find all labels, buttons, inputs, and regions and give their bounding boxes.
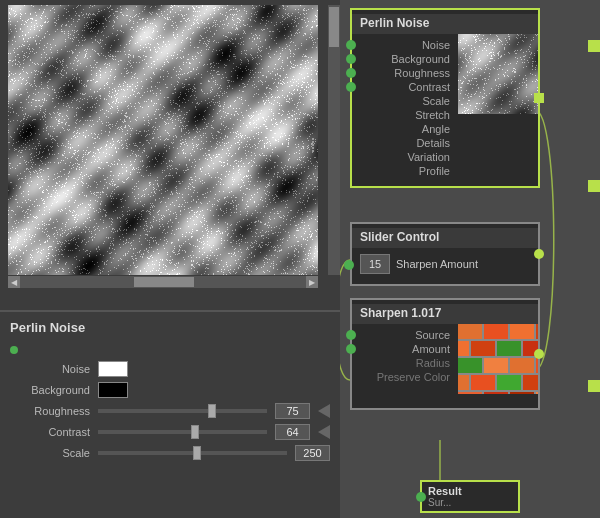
roughness-slider-container xyxy=(98,403,310,419)
slider-node-content: 15 Sharpen Amount xyxy=(352,248,538,280)
props-title: Perlin Noise xyxy=(10,320,330,335)
perlin-row-angle: Angle xyxy=(352,122,458,136)
resize-dots xyxy=(308,137,318,153)
sharpen-row-radius: Radius xyxy=(352,356,458,370)
result-node-title: Result xyxy=(428,485,512,497)
stretch-row-label: Stretch xyxy=(352,109,458,121)
resize-handle[interactable] xyxy=(308,130,318,160)
scale-label: Scale xyxy=(10,447,90,459)
contrast-input[interactable] xyxy=(275,424,310,440)
noise-label: Noise xyxy=(10,363,90,375)
scroll-left-button[interactable]: ◀ xyxy=(8,276,20,288)
perlin-row-profile: Profile xyxy=(352,164,458,178)
scrollbar-track xyxy=(20,277,306,287)
contrast-row: Contrast xyxy=(10,424,330,440)
background-color-box[interactable] xyxy=(98,382,128,398)
horizontal-scrollbar[interactable]: ◀ ▶ xyxy=(8,276,318,288)
perlin-row-background: Background xyxy=(352,52,458,66)
background-row-label: Background xyxy=(352,53,458,65)
vertical-scrollbar[interactable] xyxy=(328,5,340,275)
contrast-row-label: Contrast xyxy=(352,81,458,93)
perlin-row-details: Details xyxy=(352,136,458,150)
noise-color-box[interactable] xyxy=(98,361,128,377)
sharpen-row-preserve: Preserve Color xyxy=(352,370,458,384)
perlin-row-contrast: Contrast xyxy=(352,80,458,94)
roughness-slider[interactable] xyxy=(98,409,267,413)
sharpen-row-amount: Amount xyxy=(352,342,458,356)
source-port xyxy=(346,330,356,340)
result-node[interactable]: Result Sur... xyxy=(420,480,520,513)
amount-row-label: Amount xyxy=(352,343,458,355)
contrast-track xyxy=(98,430,267,434)
left-panel: ◀ ▶ xyxy=(0,0,340,310)
scale-track xyxy=(98,451,287,455)
contrast-slider-container xyxy=(98,424,310,440)
noise-row-label: Noise xyxy=(352,39,458,51)
scale-input[interactable] xyxy=(295,445,330,461)
perlin-row-scale: Scale xyxy=(352,94,458,108)
amount-port xyxy=(346,344,356,354)
perlin-row-stretch: Stretch xyxy=(352,108,458,122)
green-dot xyxy=(10,346,18,354)
horizontal-scrollbar-thumb[interactable] xyxy=(134,277,194,287)
contrast-arrow xyxy=(314,425,330,439)
slider-output-port xyxy=(534,249,544,259)
right-panel: Perlin Noise Noise Background Roughness … xyxy=(340,0,600,518)
roughness-row: Roughness xyxy=(10,403,330,419)
scale-slider[interactable] xyxy=(98,451,287,455)
roughness-track xyxy=(98,409,267,413)
result-subtitle: Sur... xyxy=(428,497,512,508)
sharpen-node-labels: Source Amount Radius Preserve Color xyxy=(352,324,458,404)
scroll-right-button[interactable]: ▶ xyxy=(306,276,318,288)
background-label: Background xyxy=(10,384,90,396)
right-connector-3 xyxy=(588,380,600,392)
result-input-port xyxy=(416,492,426,502)
preview-container xyxy=(8,5,318,275)
brick-preview xyxy=(458,324,538,404)
perlin-node-labels: Noise Background Roughness Contrast Scal… xyxy=(352,34,458,182)
perlin-row-noise: Noise xyxy=(352,38,458,52)
brick-canvas xyxy=(458,324,538,394)
sharpen-node-title: Sharpen 1.017 xyxy=(352,304,538,324)
perlin-mini-canvas xyxy=(458,34,538,114)
slider-left-connector xyxy=(344,260,354,270)
source-row-label: Source xyxy=(352,329,458,341)
contrast-label: Contrast xyxy=(10,426,90,438)
scale-row: Scale xyxy=(10,445,330,461)
radius-row-label: Radius xyxy=(352,357,458,369)
background-port xyxy=(346,54,356,64)
noise-row: Noise xyxy=(10,361,330,377)
sharpen-output-port xyxy=(534,349,544,359)
roughness-arrow xyxy=(314,404,330,418)
slider-node-title: Slider Control xyxy=(352,228,538,248)
slider-value-box[interactable]: 15 xyxy=(360,254,390,274)
roughness-input[interactable] xyxy=(275,403,310,419)
noise-port xyxy=(346,40,356,50)
props-panel: Perlin Noise Noise Background Roughness … xyxy=(0,310,340,518)
perlin-noise-node[interactable]: Perlin Noise Noise Background Roughness … xyxy=(350,8,540,188)
sharpen-node-content: Source Amount Radius Preserve Color xyxy=(352,324,538,404)
perlin-node-preview xyxy=(458,34,538,114)
preserve-row-label: Preserve Color xyxy=(352,371,458,383)
roughness-port xyxy=(346,68,356,78)
roughness-label: Roughness xyxy=(10,405,90,417)
background-row: Background xyxy=(10,382,330,398)
variation-row-label: Variation xyxy=(352,151,458,163)
contrast-thumb[interactable] xyxy=(191,425,199,439)
scale-thumb[interactable] xyxy=(193,446,201,460)
details-row-label: Details xyxy=(352,137,458,149)
scale-slider-container xyxy=(98,445,330,461)
slider-control-node[interactable]: Slider Control 15 Sharpen Amount xyxy=(350,222,540,286)
vertical-scrollbar-thumb[interactable] xyxy=(329,7,339,47)
sharpen-node[interactable]: Sharpen 1.017 Source Amount Radius Prese… xyxy=(350,298,540,410)
right-connector-1 xyxy=(588,40,600,52)
perlin-row-roughness: Roughness xyxy=(352,66,458,80)
sharpen-row-source: Source xyxy=(352,328,458,342)
perlin-node-title: Perlin Noise xyxy=(352,14,538,34)
scale-row-label: Scale xyxy=(352,95,458,107)
roughness-thumb[interactable] xyxy=(208,404,216,418)
contrast-slider[interactable] xyxy=(98,430,267,434)
angle-row-label: Angle xyxy=(352,123,458,135)
slider-amount-label: Sharpen Amount xyxy=(396,258,478,270)
contrast-port xyxy=(346,82,356,92)
